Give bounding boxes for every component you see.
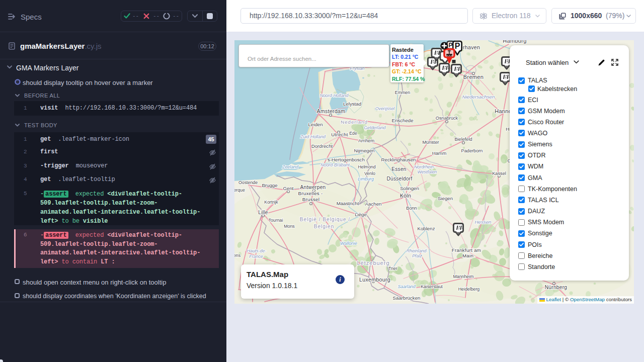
svg-text:nkerque: nkerque	[234, 188, 245, 193]
svg-text:Nederland: Nederland	[341, 119, 368, 125]
svg-text:Westfalen: Westfalen	[418, 169, 437, 174]
svg-text:België / Belgique /: België / Belgique /	[300, 217, 350, 222]
svg-text:Osnabrück: Osnabrück	[436, 116, 458, 121]
svg-text:Paderborn: Paderborn	[461, 148, 483, 153]
svg-text:France: France	[249, 254, 263, 259]
svg-text:Wallonie: Wallonie	[340, 241, 357, 246]
svg-text:Kassel: Kassel	[492, 171, 506, 176]
svg-text:Gelderland: Gelderland	[364, 125, 386, 130]
svg-text:Heidelberg: Heidelberg	[458, 287, 480, 292]
svg-text:Main: Main	[462, 253, 473, 258]
svg-text:Limburg: Limburg	[358, 176, 374, 182]
svg-text:Liège: Liège	[355, 212, 367, 217]
svg-text:Mons: Mons	[284, 224, 295, 229]
svg-text:Saarland: Saarland	[397, 284, 416, 289]
svg-text:Lelystad: Lelystad	[343, 101, 361, 107]
svg-text:Koblenz: Koblenz	[417, 226, 435, 231]
svg-text:Bremen: Bremen	[463, 74, 484, 80]
svg-text:Dordrecht: Dordrecht	[311, 143, 333, 149]
svg-text:Nordrhein-: Nordrhein-	[414, 164, 435, 169]
svg-text:P: P	[455, 42, 460, 50]
svg-text:Niedersachsen: Niedersachsen	[462, 94, 495, 100]
svg-text:Amsterdam: Amsterdam	[317, 108, 346, 114]
svg-text:erhaven: erhaven	[460, 44, 480, 50]
svg-text:Hamm: Hamm	[432, 150, 447, 156]
svg-text:Saarbrücken: Saarbrücken	[393, 295, 421, 301]
svg-text:Köln: Köln	[400, 193, 411, 199]
svg-text:Venlo: Venlo	[364, 171, 375, 176]
svg-text:Noord-Holland: Noord-Holland	[320, 93, 349, 98]
svg-text:'s-Hertogenbosch: 's-Hertogenbosch	[327, 157, 365, 162]
svg-text:Noord-Brabant: Noord-Brabant	[320, 162, 350, 167]
svg-text:Oostende: Oostende	[238, 180, 258, 185]
svg-text:Emmen: Emmen	[395, 90, 410, 95]
svg-text:Ede: Ede	[349, 131, 357, 136]
svg-text:Bonn: Bonn	[406, 206, 417, 211]
svg-text:Gent: Gent	[283, 186, 293, 191]
svg-text:Helmond: Helmond	[358, 164, 375, 169]
svg-text:Leiden: Leiden	[308, 122, 323, 127]
svg-text:Kaiserslaut: Kaiserslaut	[421, 284, 443, 289]
svg-text:Bruxelles -: Bruxelles -	[298, 191, 323, 196]
svg-text:Arnhem: Arnhem	[358, 138, 375, 143]
svg-text:Siegen: Siegen	[438, 196, 453, 201]
svg-text:Nürnberg: Nürnberg	[545, 285, 567, 290]
svg-text:Mannheim: Mannheim	[453, 274, 473, 279]
svg-text:Essen: Essen	[391, 166, 407, 172]
svg-text:Frankfurt am: Frankfurt am	[452, 247, 481, 253]
svg-text:Solingen: Solingen	[400, 186, 419, 191]
svg-text:Hauts-de-: Hauts-de-	[247, 248, 267, 253]
svg-text:Münster: Münster	[422, 140, 439, 145]
svg-text:Belgien: Belgien	[314, 224, 335, 229]
svg-text:Hessen: Hessen	[475, 219, 492, 225]
svg-text:Recklinghausen: Recklinghausen	[381, 157, 416, 162]
svg-text:Pfalz: Pfalz	[412, 253, 422, 258]
svg-text:Bielefeld: Bielefeld	[454, 137, 472, 142]
svg-text:Tournai: Tournai	[269, 218, 283, 223]
svg-text:Hamburg: Hamburg	[503, 40, 526, 44]
svg-text:Zeeland: Zeeland	[282, 164, 299, 169]
svg-text:Enschede: Enschede	[391, 118, 413, 123]
svg-text:Antwerpen: Antwerpen	[300, 185, 326, 190]
svg-text:Zuid-Holland: Zuid-Holland	[300, 134, 326, 139]
svg-text:Utrecht: Utrecht	[331, 132, 348, 137]
svg-text:Trier: Trier	[388, 266, 397, 271]
svg-text:Overijssel: Overijssel	[375, 106, 395, 111]
svg-text:Nijmegen: Nijmegen	[354, 148, 375, 153]
svg-text:Brugge: Brugge	[262, 183, 277, 188]
svg-text:Kortrijk: Kortrijk	[264, 200, 278, 205]
svg-text:Aachen: Aachen	[365, 201, 382, 207]
svg-text:Lille: Lille	[258, 210, 268, 215]
svg-text:Maastricht: Maastricht	[337, 201, 359, 206]
svg-text:Luxembourg: Luxembourg	[359, 277, 390, 283]
svg-text:Lëtzebuerg: Lëtzebuerg	[357, 260, 389, 266]
svg-text:iens: iens	[234, 253, 241, 258]
svg-text:Brussel: Brussel	[302, 197, 319, 202]
svg-text:Rheinland-: Rheinland-	[407, 248, 428, 253]
svg-text:Düsseldorf: Düsseldorf	[386, 176, 412, 182]
svg-text:P: P	[448, 42, 452, 49]
